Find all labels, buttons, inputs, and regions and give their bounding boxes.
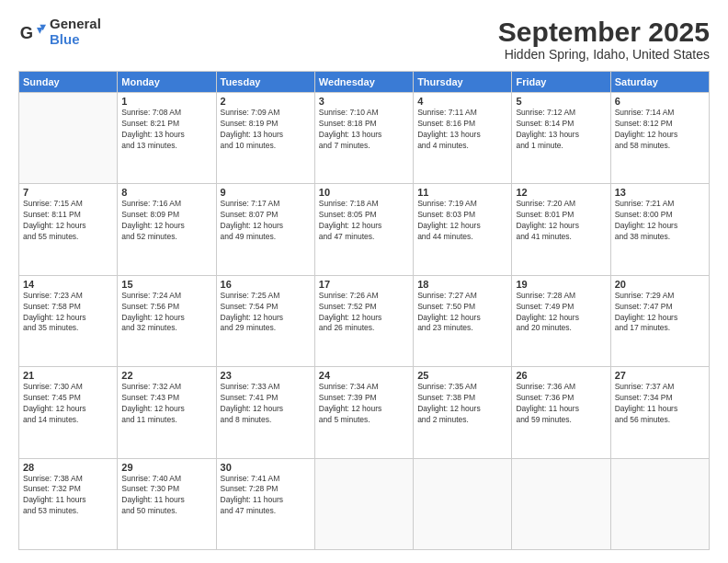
calendar-cell-w3-d5: 26Sunrise: 7:36 AMSunset: 7:36 PMDayligh… xyxy=(512,367,610,458)
day-info-line: Daylight: 11 hours xyxy=(221,495,311,506)
day-info-line: Daylight: 12 hours xyxy=(319,221,409,232)
calendar-cell-w4-d6 xyxy=(610,458,709,549)
day-number: 12 xyxy=(516,187,606,198)
day-number: 28 xyxy=(23,462,113,473)
day-number: 16 xyxy=(221,279,311,290)
day-info-line: Daylight: 12 hours xyxy=(615,130,705,141)
col-sunday: Sunday xyxy=(19,72,118,93)
day-info-line: Sunset: 7:38 PM xyxy=(417,393,507,404)
day-info: Sunrise: 7:15 AMSunset: 8:11 PMDaylight:… xyxy=(23,199,113,243)
col-monday: Monday xyxy=(118,72,216,93)
calendar-cell-w3-d2: 23Sunrise: 7:33 AMSunset: 7:41 PMDayligh… xyxy=(216,367,314,458)
day-info-line: and 47 minutes. xyxy=(319,232,409,243)
day-info-line: Daylight: 12 hours xyxy=(23,404,113,415)
day-info-line: and 1 minute. xyxy=(516,141,606,152)
page: G General Blue September 2025 Hidden Spr… xyxy=(0,0,728,563)
day-number: 22 xyxy=(121,370,211,381)
day-info-line: Sunset: 8:07 PM xyxy=(221,210,311,221)
day-info: Sunrise: 7:23 AMSunset: 7:58 PMDaylight:… xyxy=(23,291,113,335)
day-info-line: Sunrise: 7:19 AM xyxy=(417,199,507,210)
col-saturday: Saturday xyxy=(610,72,709,93)
day-info-line: Sunset: 7:32 PM xyxy=(23,484,113,495)
calendar-cell-w3-d1: 22Sunrise: 7:32 AMSunset: 7:43 PMDayligh… xyxy=(118,367,216,458)
day-info-line: and 58 minutes. xyxy=(615,141,705,152)
calendar-cell-w0-d0 xyxy=(19,93,118,184)
day-info-line: Sunset: 8:21 PM xyxy=(121,119,211,130)
day-info-line: Sunrise: 7:40 AM xyxy=(121,474,211,485)
day-info-line: and 10 minutes. xyxy=(221,141,311,152)
day-number: 20 xyxy=(615,279,705,290)
col-wednesday: Wednesday xyxy=(314,72,413,93)
day-number: 15 xyxy=(121,279,211,290)
day-info-line: and 11 minutes. xyxy=(121,415,211,426)
day-info: Sunrise: 7:26 AMSunset: 7:52 PMDaylight:… xyxy=(319,291,409,335)
day-info-line: Sunrise: 7:25 AM xyxy=(221,291,311,302)
day-number: 3 xyxy=(319,96,409,107)
calendar-cell-w0-d2: 2Sunrise: 7:09 AMSunset: 8:19 PMDaylight… xyxy=(216,93,314,184)
day-info-line: Daylight: 13 hours xyxy=(516,130,606,141)
day-info-line: and 8 minutes. xyxy=(221,415,311,426)
day-info-line: Sunrise: 7:12 AM xyxy=(516,108,606,119)
day-info-line: Sunrise: 7:21 AM xyxy=(615,199,705,210)
day-number: 8 xyxy=(121,187,211,198)
title-block: September 2025 Hidden Spring, Idaho, Uni… xyxy=(498,17,710,62)
day-number: 24 xyxy=(319,370,409,381)
day-info-line: Sunrise: 7:11 AM xyxy=(417,108,507,119)
day-info-line: and 2 minutes. xyxy=(417,415,507,426)
day-info-line: and 59 minutes. xyxy=(516,415,606,426)
day-info-line: Daylight: 13 hours xyxy=(319,130,409,141)
calendar-cell-w1-d2: 9Sunrise: 7:17 AMSunset: 8:07 PMDaylight… xyxy=(216,184,314,275)
day-number: 13 xyxy=(615,187,705,198)
day-info-line: and 4 minutes. xyxy=(417,141,507,152)
calendar-cell-w0-d3: 3Sunrise: 7:10 AMSunset: 8:18 PMDaylight… xyxy=(314,93,413,184)
day-info-line: Sunrise: 7:23 AM xyxy=(23,291,113,302)
calendar-cell-w0-d1: 1Sunrise: 7:08 AMSunset: 8:21 PMDaylight… xyxy=(118,93,216,184)
day-info: Sunrise: 7:30 AMSunset: 7:45 PMDaylight:… xyxy=(23,382,113,426)
day-info-line: Sunset: 8:05 PM xyxy=(319,210,409,221)
day-info-line: Sunrise: 7:38 AM xyxy=(23,474,113,485)
calendar-cell-w0-d5: 5Sunrise: 7:12 AMSunset: 8:14 PMDaylight… xyxy=(512,93,610,184)
day-info: Sunrise: 7:36 AMSunset: 7:36 PMDaylight:… xyxy=(516,382,606,426)
day-info-line: Sunrise: 7:28 AM xyxy=(516,291,606,302)
day-info-line: Daylight: 12 hours xyxy=(121,404,211,415)
day-info-line: Sunset: 7:54 PM xyxy=(221,302,311,313)
day-number: 2 xyxy=(221,96,311,107)
day-info-line: Daylight: 12 hours xyxy=(417,221,507,232)
calendar-cell-w2-d1: 15Sunrise: 7:24 AMSunset: 7:56 PMDayligh… xyxy=(118,275,216,366)
day-info-line: Sunset: 7:58 PM xyxy=(23,302,113,313)
day-number: 1 xyxy=(121,96,211,107)
day-info: Sunrise: 7:41 AMSunset: 7:28 PMDaylight:… xyxy=(221,474,311,518)
day-info-line: and 26 minutes. xyxy=(319,323,409,334)
day-info-line: Sunset: 8:16 PM xyxy=(417,119,507,130)
day-info-line: Sunset: 8:18 PM xyxy=(319,119,409,130)
day-info-line: Sunrise: 7:29 AM xyxy=(615,291,705,302)
calendar-subtitle: Hidden Spring, Idaho, United States xyxy=(498,47,710,62)
calendar-cell-w2-d3: 17Sunrise: 7:26 AMSunset: 7:52 PMDayligh… xyxy=(314,275,413,366)
day-info-line: and 20 minutes. xyxy=(516,323,606,334)
day-info-line: Sunrise: 7:20 AM xyxy=(516,199,606,210)
day-info: Sunrise: 7:11 AMSunset: 8:16 PMDaylight:… xyxy=(417,108,507,152)
calendar-cell-w1-d5: 12Sunrise: 7:20 AMSunset: 8:01 PMDayligh… xyxy=(512,184,610,275)
day-info-line: and 38 minutes. xyxy=(615,232,705,243)
day-info-line: Daylight: 12 hours xyxy=(121,221,211,232)
day-info: Sunrise: 7:18 AMSunset: 8:05 PMDaylight:… xyxy=(319,199,409,243)
day-info-line: Sunset: 8:11 PM xyxy=(23,210,113,221)
calendar-week-3: 21Sunrise: 7:30 AMSunset: 7:45 PMDayligh… xyxy=(19,367,710,458)
day-info-line: Sunset: 7:30 PM xyxy=(121,484,211,495)
svg-marker-2 xyxy=(37,28,43,34)
day-info-line: and 14 minutes. xyxy=(23,415,113,426)
day-info: Sunrise: 7:16 AMSunset: 8:09 PMDaylight:… xyxy=(121,199,211,243)
calendar-cell-w1-d3: 10Sunrise: 7:18 AMSunset: 8:05 PMDayligh… xyxy=(314,184,413,275)
calendar-cell-w2-d2: 16Sunrise: 7:25 AMSunset: 7:54 PMDayligh… xyxy=(216,275,314,366)
day-info: Sunrise: 7:27 AMSunset: 7:50 PMDaylight:… xyxy=(417,291,507,335)
day-number: 11 xyxy=(417,187,507,198)
day-info-line: Sunset: 7:43 PM xyxy=(121,393,211,404)
calendar-cell-w4-d2: 30Sunrise: 7:41 AMSunset: 7:28 PMDayligh… xyxy=(216,458,314,549)
day-info-line: Sunrise: 7:32 AM xyxy=(121,382,211,393)
day-info-line: and 44 minutes. xyxy=(417,232,507,243)
day-info-line: Sunset: 8:19 PM xyxy=(221,119,311,130)
day-info: Sunrise: 7:19 AMSunset: 8:03 PMDaylight:… xyxy=(417,199,507,243)
day-info-line: Daylight: 12 hours xyxy=(417,313,507,324)
calendar-week-2: 14Sunrise: 7:23 AMSunset: 7:58 PMDayligh… xyxy=(19,275,710,366)
day-info: Sunrise: 7:33 AMSunset: 7:41 PMDaylight:… xyxy=(221,382,311,426)
